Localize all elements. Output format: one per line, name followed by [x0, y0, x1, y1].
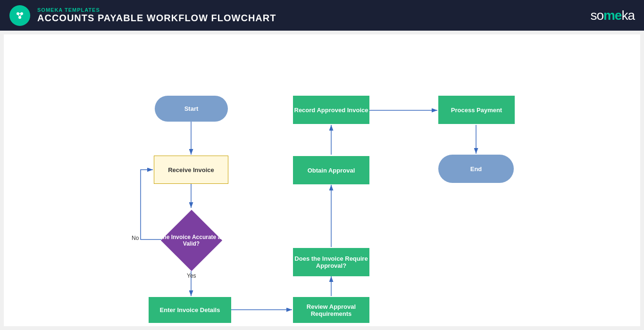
header-left: SOMEKA TEMPLATES ACCOUNTS PAYABLE WORKFL…	[9, 5, 276, 26]
obtain-approval-node: Obtain Approval	[293, 156, 369, 184]
flowchart: Start Receive Invoice Is the Invoice Acc…	[4, 34, 640, 326]
header: SOMEKA TEMPLATES ACCOUNTS PAYABLE WORKFL…	[0, 0, 644, 31]
diamond-label: Is the Invoice Accurate and Valid?	[152, 234, 230, 247]
no-label: No	[132, 235, 139, 241]
start-node: Start	[155, 96, 228, 122]
diamond-accurate-node: Is the Invoice Accurate and Valid?	[152, 210, 230, 271]
header-text: SOMEKA TEMPLATES ACCOUNTS PAYABLE WORKFL…	[37, 7, 276, 24]
logo-icon	[9, 5, 30, 26]
does-require-approval-node: Does the Invoice Require Approval?	[293, 248, 369, 276]
page-title: ACCOUNTS PAYABLE WORKFLOW FLOWCHART	[37, 13, 276, 24]
main-content: Start Receive Invoice Is the Invoice Acc…	[4, 34, 640, 326]
brand-label: SOMEKA TEMPLATES	[37, 7, 276, 13]
process-payment-node: Process Payment	[438, 96, 515, 124]
review-approval-node: Review Approval Requirements	[293, 297, 369, 323]
receive-invoice-node: Receive Invoice	[154, 156, 228, 184]
end-node: End	[438, 155, 514, 183]
someka-logo: someka	[590, 8, 635, 23]
record-approved-node: Record Approved Invoice	[293, 96, 369, 124]
yes-label: Yes	[187, 272, 196, 279]
enter-invoice-node: Enter Invoice Details	[149, 297, 231, 323]
